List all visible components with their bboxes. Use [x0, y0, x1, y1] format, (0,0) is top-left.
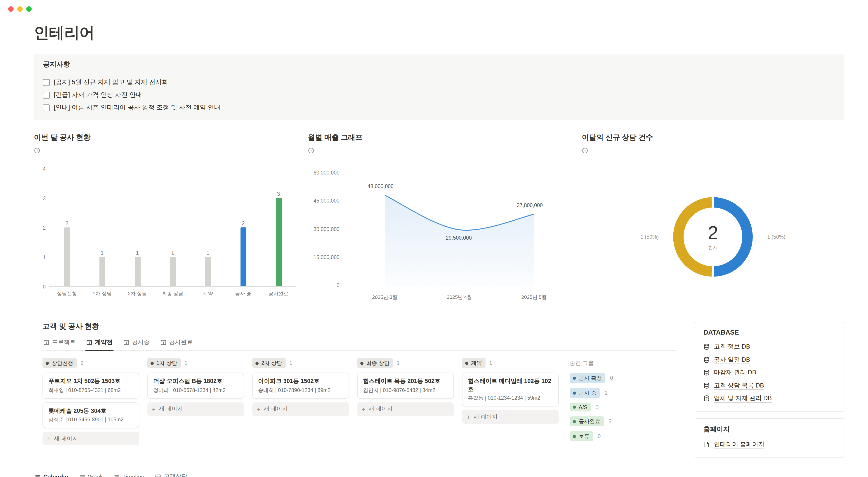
donut-ring: 2 합계	[673, 197, 753, 277]
column-header: 1차 상담1	[147, 358, 244, 368]
todo-checkbox[interactable]	[43, 104, 50, 111]
new-page-button[interactable]: +새 페이지	[147, 402, 244, 416]
new-page-button[interactable]: +새 페이지	[252, 402, 349, 416]
minimize-window-button[interactable]	[17, 6, 23, 12]
board-tab[interactable]: 계약전	[86, 335, 114, 351]
table-icon	[43, 339, 49, 345]
card-title: 롯데캐슬 205동 304호	[49, 407, 133, 415]
donut-total-label: 합계	[708, 244, 718, 251]
bar: 1	[190, 169, 225, 286]
hidden-group-item[interactable]: 보류0	[569, 431, 651, 441]
database-link[interactable]: 고객 정보 DB	[704, 340, 835, 353]
board-tab[interactable]: 프로젝트	[42, 335, 76, 351]
chart-toolbar	[308, 147, 570, 157]
database-icon	[704, 369, 710, 376]
database-icon	[704, 395, 710, 402]
board-card[interactable]: 롯데캐슬 205동 304호임성준 | 010-3456-8901 | 105m…	[42, 402, 139, 428]
database-panel-title: DATABASE	[704, 329, 835, 336]
chart-title: 이번 달 공사 현황	[34, 133, 296, 142]
database-link[interactable]: 고객 상담 목록 DB	[704, 379, 835, 392]
bar-chart-y-axis: 01234	[34, 169, 46, 287]
card-subtitle: 정미라 | 010-5678-1234 | 42m2	[153, 387, 238, 394]
donut-left-label: 1 (50%)	[640, 234, 667, 240]
group-color-dot	[573, 435, 576, 438]
hidden-group-item[interactable]: 공사 확정0	[569, 373, 651, 383]
zoom-window-button[interactable]	[26, 6, 32, 12]
group-pill[interactable]: 공사 확정	[569, 373, 606, 383]
group-color-dot	[573, 377, 576, 380]
group-pill[interactable]: 2차 상담	[252, 358, 286, 368]
calendar-section: CalendarWeekTimeline고객상담 2025년 3월 Notion…	[34, 470, 844, 477]
group-label: 1차 상담	[156, 359, 177, 367]
todo-checkbox[interactable]	[43, 92, 50, 98]
homepage-link[interactable]: 인테리어 홈페이지	[704, 438, 835, 451]
bar-value-label: 3	[277, 191, 280, 197]
board-card[interactable]: 푸르지오 1차 502동 1503호최재영 | 010-8765-4321 | …	[42, 372, 139, 398]
page-link-label: 고객 정보 DB	[714, 343, 750, 351]
bar-y-tick-label: 0	[43, 284, 46, 290]
bar-rect	[170, 257, 176, 286]
group-pill[interactable]: A/S	[569, 403, 591, 412]
group-count: 3	[609, 418, 612, 424]
group-pill[interactable]: 최종 상담	[357, 358, 393, 368]
card-title: 더샵 오피스텔 B동 1802호	[153, 377, 238, 385]
bar-value-label: 2	[242, 221, 245, 226]
point-value-label: 37,800,000	[517, 203, 543, 208]
new-page-button[interactable]: +새 페이지	[357, 402, 454, 416]
notice-list: [공지] 5월 신규 자재 입고 및 자재 전시회[긴급] 자재 가격 인상 사…	[43, 76, 835, 114]
new-page-label: 새 페이지	[159, 405, 183, 413]
bar-rect	[64, 228, 70, 286]
new-page-button[interactable]: +새 페이지	[42, 432, 139, 445]
calendar-tab[interactable]: Timeline	[113, 470, 145, 477]
group-label: 2차 상담	[261, 359, 282, 367]
label-connector	[759, 237, 765, 237]
database-link[interactable]: 마감재 관리 DB	[704, 366, 835, 379]
notice-item-label: [안내] 여름 시즌 인테리어 공사 일정 조정 및 사전 예약 안내	[54, 103, 220, 112]
group-pill[interactable]: 공사완료	[569, 416, 604, 426]
homepage-panel-title: 홈페이지	[704, 425, 835, 434]
tab-label: 고객상담	[164, 473, 187, 477]
close-window-button[interactable]	[8, 6, 13, 12]
card-subtitle: 김민지 | 010-9876-5432 | 84m2	[363, 387, 448, 394]
todo-checkbox[interactable]	[43, 79, 50, 86]
group-pill[interactable]: 보류	[569, 431, 593, 441]
bar: 2	[49, 169, 85, 286]
database-link[interactable]: 업체 및 자재 관리 DB	[704, 392, 835, 405]
bar-category-label: 계약	[190, 290, 225, 297]
group-pill[interactable]: 계약	[462, 358, 486, 368]
bar-y-tick-label: 3	[43, 195, 46, 202]
line-y-tick-label: 0	[337, 282, 340, 289]
group-pill[interactable]: 공사 중	[569, 388, 600, 398]
column-header: 최종 상담1	[357, 358, 454, 368]
chart-monthly-revenue: 월별 매출 그래프 60,000,00045,000,00030,000,000…	[308, 133, 570, 305]
calendar-tab[interactable]: 고객상담	[154, 470, 188, 477]
new-page-label: 새 페이지	[54, 435, 78, 442]
bar-y-tick-label: 4	[43, 166, 46, 172]
board-tab[interactable]: 공사중	[123, 335, 151, 351]
card-title: 힐스테이트 목동 201동 502호	[363, 377, 448, 385]
hidden-group-item[interactable]: 공사 중2	[569, 388, 651, 398]
hidden-group-item[interactable]: 공사완료3	[569, 416, 651, 426]
calendar-tab[interactable]: Calendar	[34, 470, 69, 477]
board-card[interactable]: 더샵 오피스텔 B동 1802호정미라 | 010-5678-1234 | 42…	[147, 372, 244, 398]
database-link[interactable]: 공사 일정 DB	[704, 353, 835, 366]
homepage-list: 인테리어 홈페이지	[704, 438, 835, 451]
board-tab[interactable]: 공사완료	[160, 335, 193, 351]
bar-value-label: 2	[66, 221, 68, 226]
group-pill[interactable]: 상담신청	[42, 358, 77, 368]
group-label: 상담신청	[52, 359, 73, 367]
notice-item: [긴급] 자재 가격 인상 사전 안내	[43, 89, 835, 101]
group-count: 1	[397, 360, 400, 366]
notice-panel: 공지사항 [공지] 5월 신규 자재 입고 및 자재 전시회[긴급] 자재 가격…	[34, 54, 844, 120]
plus-icon: +	[152, 406, 156, 412]
group-pill[interactable]: 1차 상담	[147, 358, 181, 368]
new-page-button[interactable]: +새 페이지	[462, 410, 559, 424]
group-label: 공사완료	[579, 418, 600, 425]
calendar-tab[interactable]: Week	[79, 470, 104, 477]
notice-title: 공지사항	[43, 60, 835, 74]
board-card[interactable]: 힐스테이트 목동 201동 502호김민지 | 010-9876-5432 | …	[357, 372, 454, 398]
bar-y-tick-label: 2	[43, 225, 46, 231]
board-card[interactable]: 아이파크 301동 1502호송태희 | 010-7890-1234 | 89m…	[252, 372, 349, 398]
hidden-group-item[interactable]: A/S0	[569, 403, 651, 412]
board-card[interactable]: 힐스테이트 메디알레 102동 102호홍길동 | 010-1234-1234 …	[462, 372, 559, 407]
